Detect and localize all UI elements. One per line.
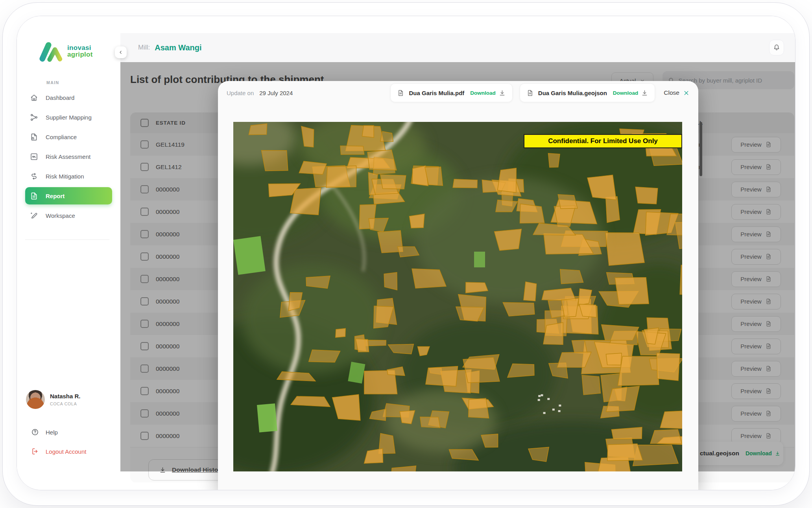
sidebar-collapse-button[interactable] bbox=[115, 46, 127, 58]
file-name: Dua Garis Mulia.geojson bbox=[538, 90, 607, 96]
app-window: Mill: Asam Wangi List of plot contributi… bbox=[17, 16, 795, 490]
mill-label: Mill: bbox=[138, 44, 150, 52]
help-button[interactable]: Help bbox=[31, 428, 58, 436]
sidebar-divider bbox=[25, 239, 109, 240]
confidential-banner: Confidential. For Limited Use Only bbox=[524, 134, 682, 148]
satellite-plot-map[interactable]: Confidential. For Limited Use Only bbox=[233, 122, 682, 471]
update-info: Update on 29 July 2024 bbox=[227, 90, 293, 96]
modal-header: Update on 29 July 2024 Dua Garis Mulia.p… bbox=[218, 81, 698, 105]
download-icon bbox=[641, 89, 648, 97]
file-download-button[interactable]: Download bbox=[470, 89, 506, 97]
help-icon bbox=[31, 428, 39, 436]
logout-icon bbox=[31, 447, 39, 455]
file-download-button[interactable]: Download bbox=[613, 89, 649, 97]
file-name: Dua Garis Mulia.pdf bbox=[409, 90, 464, 96]
pen-icon bbox=[30, 212, 38, 220]
chevron-left-icon bbox=[118, 50, 124, 55]
app-header: Mill: Asam Wangi bbox=[120, 33, 795, 62]
sidebar-item-compliance[interactable]: Compliance bbox=[17, 127, 120, 147]
file-card: Dua Garis Mulia.pdf Download bbox=[390, 83, 512, 102]
update-date: 29 July 2024 bbox=[259, 90, 293, 96]
share-icon bbox=[30, 113, 38, 121]
activity-icon bbox=[30, 153, 38, 161]
sidebar-item-risk-mitigation[interactable]: Risk Mitigation bbox=[17, 166, 120, 186]
sidebar-section-label: MAIN bbox=[46, 80, 59, 85]
modal-scrollbar-thumb[interactable] bbox=[699, 122, 702, 176]
sidebar-item-supplier-mapping[interactable]: Supplier Mapping bbox=[17, 107, 120, 127]
sidebar-nav: Dashboard Supplier Mapping Compliance Ri… bbox=[17, 88, 120, 225]
sidebar-item-dashboard[interactable]: Dashboard bbox=[17, 88, 120, 107]
brand-logo-icon bbox=[39, 40, 64, 63]
sidebar: inovasi agriplot MAIN Dashboard Supplier… bbox=[17, 16, 120, 490]
close-button[interactable]: Close bbox=[664, 89, 690, 96]
home-icon bbox=[30, 94, 38, 102]
avatar bbox=[26, 390, 45, 409]
brand-logo: inovasi agriplot bbox=[39, 40, 93, 63]
sidebar-item-risk-assessment[interactable]: Risk Assessment bbox=[17, 147, 120, 166]
notifications-button[interactable] bbox=[769, 40, 784, 55]
map-preview-modal: Update on 29 July 2024 Dua Garis Mulia.p… bbox=[218, 81, 698, 490]
file-icon bbox=[397, 89, 404, 97]
user-profile: Natasha R. COCA COLA bbox=[26, 390, 81, 409]
top-strip bbox=[120, 16, 795, 33]
file-check-icon bbox=[30, 133, 38, 141]
file-card: Dua Garis Mulia.geojson Download bbox=[520, 83, 655, 102]
modal-file-actions: Dua Garis Mulia.pdf Download Dua Garis M… bbox=[390, 83, 655, 102]
user-name: Natasha R. bbox=[50, 393, 81, 399]
logout-button[interactable]: Logout Account bbox=[31, 447, 86, 455]
sidebar-item-workspace[interactable]: Workspace bbox=[17, 206, 120, 225]
file-icon bbox=[526, 89, 534, 97]
bell-icon bbox=[773, 44, 781, 52]
route-icon bbox=[30, 172, 38, 180]
sidebar-item-report[interactable]: Report bbox=[25, 187, 112, 204]
file-text-icon bbox=[30, 192, 38, 200]
close-icon bbox=[683, 90, 690, 96]
mill-name: Asam Wangi bbox=[155, 43, 201, 52]
download-icon bbox=[498, 89, 506, 97]
user-org: COCA COLA bbox=[50, 401, 81, 406]
